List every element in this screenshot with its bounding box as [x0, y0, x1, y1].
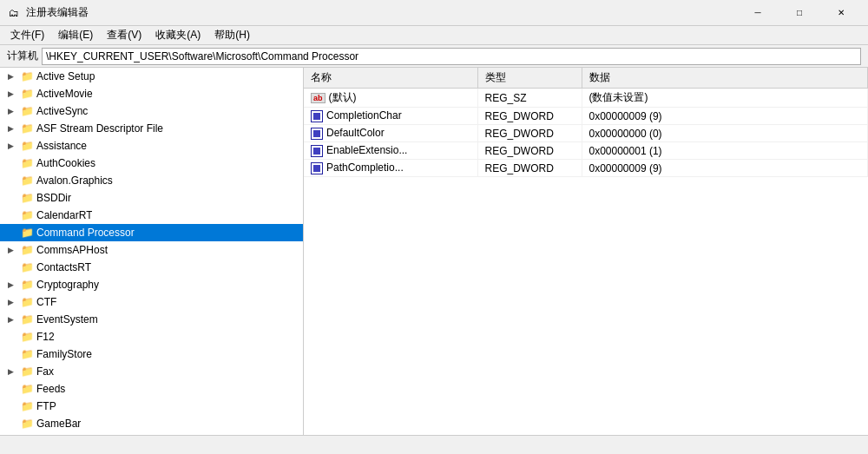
- tree-panel: ▶📁Active Setup▶📁ActiveMovie▶📁ActiveSync▶…: [0, 68, 304, 435]
- cell-data: 0x00000009 (9): [582, 108, 868, 125]
- folder-icon-command-processor: 📁: [20, 226, 34, 240]
- reg-icon-dword: [311, 145, 323, 157]
- cell-data: 0x00000009 (9): [582, 160, 868, 177]
- tree-item-feeds[interactable]: 📁Feeds: [0, 380, 303, 398]
- expand-btn-avalon-graphics: [3, 174, 17, 188]
- expand-btn-ftp: [3, 399, 17, 413]
- folder-icon-ctf: 📁: [20, 295, 34, 309]
- tree-item-avalon-graphics[interactable]: 📁Avalon.Graphics: [0, 172, 303, 189]
- tree-item-active-setup[interactable]: ▶📁Active Setup: [0, 68, 303, 85]
- expand-btn-asf-stream[interactable]: ▶: [3, 122, 17, 135]
- tree-item-calendarrt[interactable]: 📁CalendarRT: [0, 207, 303, 224]
- folder-icon-contactsrt: 📁: [20, 260, 34, 274]
- tree-label-asf-stream: ASF Stream Descriptor File: [36, 122, 163, 135]
- tree-label-cryptography: Cryptography: [36, 279, 99, 291]
- cell-name-text: (默认): [329, 91, 357, 103]
- menu-item-h[interactable]: 帮助(H): [207, 26, 257, 44]
- expand-btn-activemovie[interactable]: ▶: [3, 87, 17, 101]
- tree-item-gamebar[interactable]: 📁GameBar: [0, 415, 303, 432]
- detail-scroll: 名称 类型 数据 ab(默认)REG_SZ(数值未设置)CompletionCh…: [304, 68, 868, 435]
- address-input[interactable]: [42, 48, 861, 65]
- expand-btn-eventsystem[interactable]: ▶: [3, 313, 17, 326]
- tree-item-eventsystem[interactable]: ▶📁EventSystem: [0, 311, 303, 328]
- tree-label-contactsrt: ContactsRT: [36, 261, 91, 273]
- cell-type: REG_SZ: [477, 89, 582, 108]
- cell-name: PathCompletio...: [304, 160, 477, 177]
- menu-item-v[interactable]: 查看(V): [100, 26, 148, 44]
- folder-icon-fax: 📁: [20, 365, 34, 378]
- expand-btn-feeds: [3, 382, 17, 396]
- table-row[interactable]: EnableExtensio...REG_DWORD0x00000001 (1): [304, 142, 868, 160]
- expand-btn-active-setup[interactable]: ▶: [3, 69, 17, 83]
- menu-item-a[interactable]: 收藏夹(A): [148, 26, 207, 44]
- cell-name-text: CompletionChar: [326, 109, 402, 122]
- table-row[interactable]: DefaultColorREG_DWORD0x00000000 (0): [304, 125, 868, 142]
- expand-btn-assistance[interactable]: ▶: [3, 139, 17, 153]
- reg-icon-dword: [311, 110, 323, 122]
- tree-label-active-setup: Active Setup: [36, 70, 95, 82]
- cell-type: REG_DWORD: [477, 108, 582, 125]
- tree-item-assistance[interactable]: ▶📁Assistance: [0, 137, 303, 155]
- tree-item-activesync[interactable]: ▶📁ActiveSync: [0, 102, 303, 120]
- expand-btn-authcookies: [3, 156, 17, 170]
- expand-btn-commsaphost[interactable]: ▶: [3, 243, 17, 257]
- address-label: 计算机: [7, 49, 38, 63]
- tree-label-f12: F12: [36, 331, 55, 343]
- table-row[interactable]: PathCompletio...REG_DWORD0x00000009 (9): [304, 160, 868, 177]
- folder-icon-eventsystem: 📁: [20, 313, 34, 326]
- tree-item-ftp[interactable]: 📁FTP: [0, 398, 303, 415]
- table-row[interactable]: ab(默认)REG_SZ(数值未设置): [304, 89, 868, 108]
- tree-label-fax: Fax: [36, 365, 54, 378]
- reg-icon-dword: [311, 162, 323, 174]
- expand-btn-cryptography[interactable]: ▶: [3, 278, 17, 292]
- expand-btn-familystore: [3, 347, 17, 361]
- reg-icon-ab: ab: [311, 93, 326, 103]
- folder-icon-ftp: 📁: [20, 399, 34, 413]
- tree-label-familystore: FamilyStore: [36, 348, 92, 360]
- tree-item-commsaphost[interactable]: ▶📁CommsAPHost: [0, 241, 303, 259]
- detail-table: 名称 类型 数据 ab(默认)REG_SZ(数值未设置)CompletionCh…: [304, 68, 868, 177]
- expand-btn-activesync[interactable]: ▶: [3, 104, 17, 118]
- tree-item-ctf[interactable]: ▶📁CTF: [0, 293, 303, 311]
- tree-item-f12[interactable]: 📁F12: [0, 328, 303, 345]
- menu-item-f[interactable]: 文件(F): [3, 26, 51, 44]
- folder-icon-familystore: 📁: [20, 347, 34, 361]
- tree-item-contactsrt[interactable]: 📁ContactsRT: [0, 259, 303, 276]
- maximize-button[interactable]: □: [779, 0, 819, 26]
- cell-name: ab(默认): [304, 89, 477, 108]
- expand-btn-calendarrt: [3, 208, 17, 222]
- folder-icon-feeds: 📁: [20, 382, 34, 396]
- cell-name: CompletionChar: [304, 108, 477, 125]
- expand-btn-f12: [3, 330, 17, 344]
- tree-item-cryptography[interactable]: ▶📁Cryptography: [0, 276, 303, 293]
- tree-item-familystore[interactable]: 📁FamilyStore: [0, 345, 303, 363]
- expand-btn-gamebar: [3, 417, 17, 431]
- tree-item-authcookies[interactable]: 📁AuthCookies: [0, 155, 303, 172]
- tree-label-bsddir: BSDDir: [36, 192, 71, 204]
- folder-icon-activesync: 📁: [20, 104, 34, 118]
- cell-type: REG_DWORD: [477, 160, 582, 177]
- status-bar: [0, 435, 868, 454]
- table-row[interactable]: CompletionCharREG_DWORD0x00000009 (9): [304, 108, 868, 125]
- tree-label-ctf: CTF: [36, 296, 56, 308]
- expand-btn-ctf[interactable]: ▶: [3, 295, 17, 309]
- tree-item-asf-stream[interactable]: ▶📁ASF Stream Descriptor File: [0, 120, 303, 137]
- close-button[interactable]: ✕: [821, 0, 861, 26]
- expand-btn-contactsrt: [3, 260, 17, 274]
- col-header-data: 数据: [582, 68, 868, 89]
- cell-type: REG_DWORD: [477, 142, 582, 160]
- menu-item-e[interactable]: 编辑(E): [51, 26, 100, 44]
- expand-btn-fax[interactable]: ▶: [3, 365, 17, 378]
- folder-icon-cryptography: 📁: [20, 278, 34, 292]
- tree-label-gamebar: GameBar: [36, 418, 81, 430]
- tree-label-authcookies: AuthCookies: [36, 157, 95, 169]
- folder-icon-gamebar: 📁: [20, 417, 34, 431]
- tree-item-activemovie[interactable]: ▶📁ActiveMovie: [0, 85, 303, 102]
- tree-item-fax[interactable]: ▶📁Fax: [0, 363, 303, 380]
- detail-panel: 名称 类型 数据 ab(默认)REG_SZ(数值未设置)CompletionCh…: [304, 68, 868, 435]
- minimize-button[interactable]: ─: [738, 0, 778, 26]
- tree-label-calendarrt: CalendarRT: [36, 209, 92, 221]
- tree-item-bsddir[interactable]: 📁BSDDir: [0, 189, 303, 207]
- tree-label-activesync: ActiveSync: [36, 105, 88, 117]
- tree-item-command-processor[interactable]: 📁Command Processor: [0, 224, 303, 241]
